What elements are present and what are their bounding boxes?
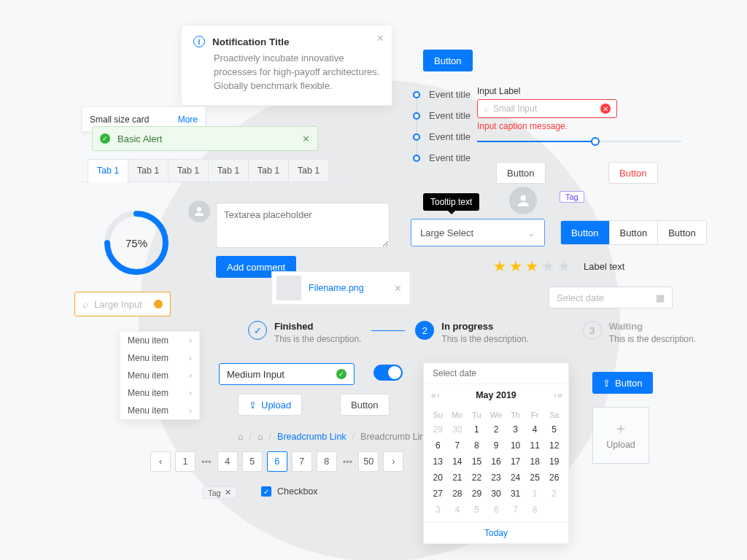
page-number[interactable]: 4 — [217, 451, 238, 472]
calendar-day[interactable]: 30 — [487, 486, 506, 502]
month-prev-icon[interactable]: ‹ — [437, 390, 438, 400]
tab[interactable]: Tab 1 — [288, 159, 329, 182]
page-number[interactable]: 5 — [242, 451, 263, 472]
tab[interactable]: Tab 1 — [208, 159, 249, 182]
button-group-item[interactable]: Button — [657, 221, 706, 244]
breadcrumb-link[interactable]: Breadcrumb Link — [277, 432, 347, 442]
calendar-day[interactable]: 26 — [544, 470, 564, 486]
calendar-day[interactable]: 15 — [467, 454, 487, 470]
calendar-day[interactable]: 23 — [487, 470, 506, 486]
calendar-day[interactable]: 1 — [467, 421, 487, 438]
close-icon[interactable]: ✕ — [302, 133, 310, 144]
year-prev-icon[interactable]: « — [431, 390, 435, 400]
calendar-day[interactable]: 27 — [428, 486, 448, 502]
calendar-day[interactable]: 12 — [544, 438, 564, 454]
large-input[interactable]: ⌕ Large Input — [74, 292, 171, 316]
calendar-day[interactable]: 10 — [506, 438, 525, 454]
primary-button[interactable]: Button — [423, 50, 473, 71]
date-picker-title[interactable]: May 2019 — [476, 390, 516, 400]
page-number[interactable]: 8 — [317, 451, 337, 472]
close-icon[interactable]: ✕ — [225, 488, 231, 497]
calendar-day[interactable]: 11 — [525, 438, 545, 454]
close-icon[interactable]: ✕ — [394, 283, 405, 294]
star-icon[interactable]: ★ — [509, 257, 522, 275]
calendar-day[interactable]: 2 — [544, 486, 564, 502]
date-picker-input[interactable] — [431, 368, 561, 379]
calendar-day[interactable]: 1 — [525, 486, 545, 502]
calendar-day[interactable]: 2 — [487, 421, 506, 438]
calendar-day[interactable]: 25 — [525, 470, 545, 486]
menu-item[interactable]: Menu item› — [120, 367, 199, 384]
menu-item[interactable]: Menu item› — [120, 332, 199, 349]
calendar-day[interactable]: 30 — [448, 421, 468, 438]
small-input[interactable]: ⌕ Small Input ✕ — [477, 99, 617, 118]
calendar-day[interactable]: 20 — [428, 470, 448, 486]
tab[interactable]: Tab 1 — [88, 159, 128, 182]
tab[interactable]: Tab 1 — [248, 159, 289, 182]
slider-handle[interactable] — [591, 137, 600, 146]
toggle-switch[interactable] — [374, 365, 403, 381]
file-name-link[interactable]: Filename.png — [309, 283, 364, 293]
calendar-day[interactable]: 4 — [525, 421, 545, 438]
primary-upload-button[interactable]: ⇪ Button — [592, 372, 653, 394]
menu-item[interactable]: Menu item› — [120, 402, 199, 419]
menu-item[interactable]: Menu item› — [120, 349, 199, 367]
calendar-day[interactable]: 29 — [467, 486, 487, 502]
calendar-day[interactable]: 9 — [487, 438, 506, 454]
close-icon[interactable]: ✕ — [376, 33, 384, 44]
year-next-icon[interactable]: » — [557, 390, 561, 400]
calendar-day[interactable]: 4 — [448, 502, 468, 518]
calendar-day[interactable]: 18 — [525, 454, 545, 470]
calendar-day[interactable]: 19 — [544, 454, 564, 470]
danger-button[interactable]: Button — [608, 162, 658, 184]
calendar-day[interactable]: 7 — [506, 502, 525, 518]
checkbox[interactable]: ✓ Checkbox — [261, 486, 318, 497]
calendar-day[interactable]: 22 — [467, 470, 487, 486]
button-group-item[interactable]: Button — [609, 221, 658, 244]
calendar-day[interactable]: 13 — [428, 454, 448, 470]
tab[interactable]: Tab 1 — [168, 159, 209, 182]
page-number[interactable]: 50 — [358, 451, 379, 472]
calendar-day[interactable]: 14 — [448, 454, 468, 470]
upload-button[interactable]: ⇪ Upload — [238, 394, 302, 416]
star-icon[interactable]: ★ — [557, 257, 570, 275]
page-number[interactable]: 7 — [292, 451, 312, 472]
calendar-day[interactable]: 21 — [448, 470, 468, 486]
large-select[interactable]: Large Select ⌄ — [411, 219, 545, 246]
menu-item[interactable]: Menu item› — [120, 384, 199, 402]
page-number[interactable]: 6 — [267, 451, 287, 472]
month-next-icon[interactable]: › — [554, 390, 555, 400]
calendar-day[interactable]: 31 — [506, 486, 525, 502]
calendar-day[interactable]: 17 — [506, 454, 525, 470]
tab[interactable]: Tab 1 — [128, 159, 169, 182]
calendar-day[interactable]: 3 — [506, 421, 525, 438]
medium-input[interactable]: Medium Input ✓ — [219, 363, 355, 385]
calendar-day[interactable]: 7 — [448, 438, 468, 454]
page-next[interactable]: › — [383, 451, 403, 472]
calendar-day[interactable]: 5 — [544, 421, 564, 438]
default-button[interactable]: Button — [340, 394, 390, 416]
date-input[interactable]: Select date ▦ — [549, 287, 673, 308]
calendar-day[interactable]: 29 — [428, 421, 448, 438]
calendar-day[interactable]: 28 — [448, 486, 468, 502]
page-prev[interactable]: ‹ — [150, 451, 171, 472]
upload-dropzone[interactable]: ＋ Upload — [592, 407, 649, 464]
textarea[interactable] — [216, 203, 390, 248]
star-icon[interactable]: ★ — [493, 257, 506, 275]
home-icon[interactable]: ⌂ — [238, 432, 244, 442]
calendar-day[interactable]: 6 — [487, 502, 506, 518]
button-group-item[interactable]: Button — [561, 221, 609, 244]
calendar-day[interactable]: 8 — [525, 502, 545, 518]
calendar-day[interactable]: 6 — [428, 438, 448, 454]
calendar-day[interactable]: 8 — [467, 438, 487, 454]
card-more-link[interactable]: More — [178, 114, 198, 125]
star-icon[interactable]: ★ — [541, 257, 554, 275]
star-icon[interactable]: ★ — [525, 257, 538, 275]
calendar-day[interactable]: 5 — [467, 502, 487, 518]
calendar-day[interactable]: 24 — [506, 470, 525, 486]
home-outline-icon[interactable]: ⌂ — [258, 432, 263, 442]
default-button[interactable]: Button — [496, 162, 546, 184]
calendar-day[interactable]: 16 — [487, 454, 506, 470]
calendar-day[interactable]: 3 — [428, 502, 448, 518]
date-picker-today[interactable]: Today — [424, 522, 568, 543]
